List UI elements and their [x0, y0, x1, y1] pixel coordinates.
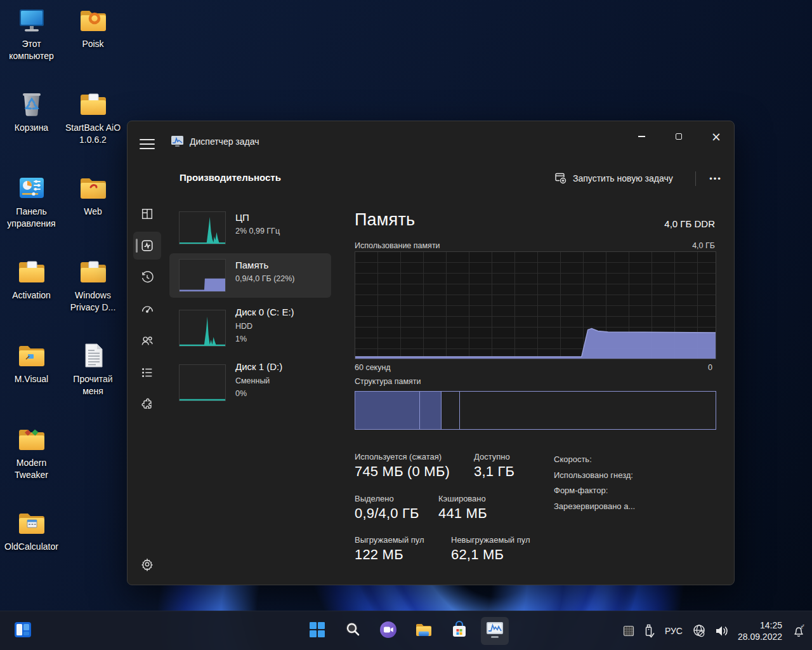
- nav-users[interactable]: [133, 327, 161, 355]
- folder-web-icon: [63, 173, 123, 203]
- desktop-icon-recycle-bin[interactable]: Корзина: [1, 89, 62, 134]
- usb-safely-remove-icon[interactable]: [643, 623, 655, 639]
- more-options-button[interactable]: •••: [704, 169, 728, 187]
- folder-calc-icon: [1, 508, 62, 538]
- folder-doc-icon: [1, 256, 62, 287]
- file-explorer-icon: [414, 620, 433, 642]
- desktop-icon-readme[interactable]: Прочитай меня: [63, 340, 123, 397]
- taskbar: РУС 14:25 28.09.2022 z z: [0, 611, 812, 650]
- tray-grid-icon[interactable]: [623, 625, 634, 637]
- nav-details[interactable]: [133, 359, 161, 387]
- desktop-icon-startback[interactable]: StartBack AiO 1.0.6.2: [63, 89, 123, 146]
- time-zero-label: 0: [708, 363, 712, 372]
- gear-icon: [140, 557, 154, 574]
- widgets-icon: [13, 621, 32, 641]
- desktop-icon-web[interactable]: Web: [63, 173, 123, 218]
- task-manager-app-icon: [171, 136, 183, 149]
- recycle-bin-icon: [1, 89, 62, 119]
- close-button[interactable]: ×: [702, 125, 731, 148]
- task-manager-window: Диспетчер задач ×: [127, 121, 735, 585]
- widgets-button[interactable]: [9, 618, 37, 644]
- perf-item-cpu[interactable]: ЦП 2% 0,99 ГГц: [169, 206, 331, 250]
- folder-gems-icon: [1, 424, 62, 454]
- processes-icon: [140, 207, 154, 221]
- nav-app-history[interactable]: [133, 263, 161, 291]
- desktop-icon-activation[interactable]: Activation: [1, 256, 62, 302]
- performance-icon: [140, 239, 154, 253]
- stat-committed: Выделено 0,9/4,0 ГБ: [355, 494, 438, 522]
- chat-button[interactable]: [374, 617, 402, 645]
- memory-mini-graph: [179, 259, 226, 292]
- run-new-task-button[interactable]: Запустить новую задачу: [546, 166, 681, 190]
- desktop-icon-control-panel[interactable]: Панель управления: [1, 173, 62, 230]
- notification-bell-dnd-icon[interactable]: z z: [790, 623, 806, 639]
- tray-clock[interactable]: 14:25 28.09.2022: [738, 620, 782, 642]
- desktop-icon-windows-privacy[interactable]: Windows Privacy D...: [63, 256, 123, 314]
- header-divider: [695, 171, 696, 186]
- stat-cached: Кэшировано 441 МБ: [438, 494, 487, 522]
- list-icon: [140, 366, 154, 380]
- memory-composition-bar: [355, 391, 716, 430]
- usage-chart-label: Использование памяти: [355, 241, 440, 250]
- desktop: Этот компьютер Poisk Корзина: [0, 0, 812, 650]
- task-manager-taskbar-button[interactable]: [481, 617, 509, 645]
- chat-video-icon: [379, 620, 398, 642]
- clock-date: 28.09.2022: [738, 631, 782, 642]
- nav-rail: [128, 162, 167, 585]
- stat-non-paged-pool: Невыгружаемый пул 62,1 МБ: [451, 535, 530, 563]
- memory-capacity: 4,0 ГБ DDR: [664, 218, 715, 229]
- memory-usage-chart: [355, 251, 716, 359]
- folder-doc-icon: [63, 89, 123, 119]
- page-title: Производительность: [180, 172, 281, 183]
- volume-icon[interactable]: [714, 624, 730, 638]
- composition-label: Структура памяти: [355, 377, 421, 386]
- microsoft-store-icon: [450, 620, 469, 642]
- info-slots: Использовано гнезд:: [554, 468, 635, 484]
- desktop-icon-oldcalculator[interactable]: OldCalculator: [1, 508, 62, 553]
- perf-item-disk0[interactable]: Диск 0 (C: E:) HDD 1%: [169, 304, 331, 359]
- desktop-icon-modern-tweaker[interactable]: Modern Tweaker: [1, 424, 62, 481]
- run-new-task-label: Запустить новую задачу: [573, 173, 673, 183]
- memory-hardware-info: Скорость: Использовано гнезд: Форм-факто…: [554, 452, 635, 514]
- gauge-icon: [140, 302, 154, 316]
- minimize-button[interactable]: [627, 125, 656, 148]
- puzzle-icon: [140, 397, 154, 411]
- info-reserved: Зарезервировано а...: [554, 499, 635, 515]
- menu-hamburger-icon[interactable]: [138, 135, 156, 149]
- desktop-icon-label: Этот компьютер: [1, 38, 62, 62]
- desktop-icon-this-pc[interactable]: Этот компьютер: [1, 5, 62, 62]
- cpu-mini-graph: [179, 211, 226, 244]
- nav-services[interactable]: [133, 390, 161, 418]
- search-icon: [344, 621, 362, 641]
- nav-processes[interactable]: [133, 200, 161, 228]
- info-speed: Скорость:: [554, 452, 635, 468]
- nav-settings[interactable]: [133, 552, 161, 580]
- perf-item-memory[interactable]: Память 0,9/4,0 ГБ (22%): [169, 253, 331, 298]
- language-indicator[interactable]: РУС: [664, 623, 684, 639]
- info-form-factor: Форм-фактор:: [554, 483, 635, 499]
- file-explorer-button[interactable]: [410, 617, 438, 645]
- nav-startup-apps[interactable]: [133, 295, 161, 323]
- control-panel-icon: [1, 173, 62, 203]
- desktop-icon-mvisual[interactable]: M.Visual: [1, 340, 62, 385]
- title-bar[interactable]: Диспетчер задач ×: [128, 121, 734, 162]
- folder-search-icon: [63, 5, 123, 36]
- stat-available: Доступно 3,1 ГБ: [474, 452, 514, 480]
- network-no-internet-icon[interactable]: [692, 624, 706, 638]
- perf-item-disk1[interactable]: Диск 1 (D:) Сменный 0%: [169, 359, 331, 413]
- composition-segment-in-use: [355, 392, 420, 429]
- search-button[interactable]: [339, 617, 367, 645]
- desktop-icon-poisk[interactable]: Poisk: [63, 5, 123, 50]
- maximize-button[interactable]: [664, 125, 693, 148]
- time-span-label: 60 секунд: [355, 363, 391, 372]
- nav-performance[interactable]: [133, 232, 161, 260]
- windows-logo-icon: [309, 621, 325, 640]
- new-task-icon: [554, 171, 566, 186]
- memory-pane-title: Память: [355, 210, 415, 230]
- start-button[interactable]: [303, 617, 331, 645]
- folder-doc-icon: [63, 256, 123, 287]
- disk0-mini-graph: [179, 310, 226, 347]
- task-manager-icon: [485, 620, 505, 642]
- composition-segment-modified: [420, 392, 442, 429]
- store-button[interactable]: [445, 617, 473, 645]
